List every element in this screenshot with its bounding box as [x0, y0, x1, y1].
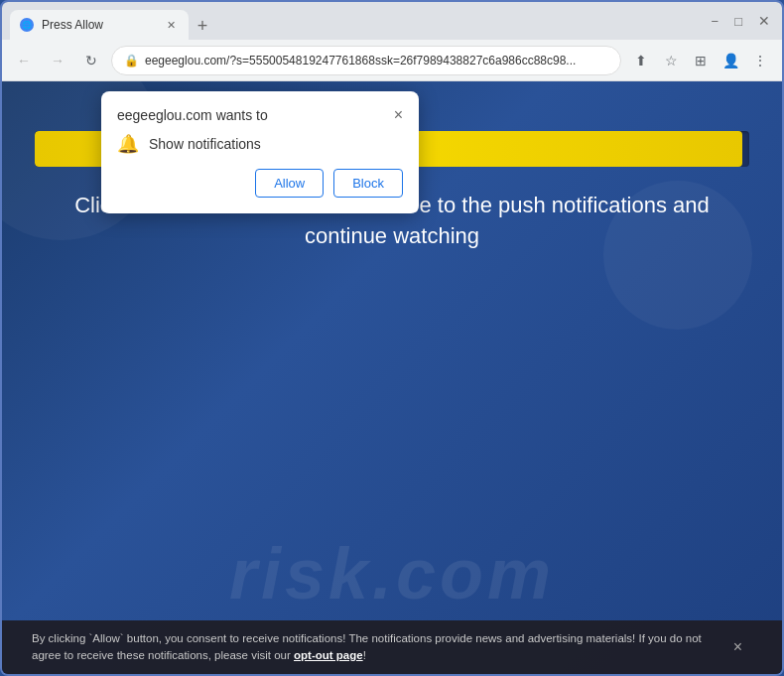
- main-text-line2: continue watching: [305, 223, 479, 248]
- allow-button[interactable]: Allow: [255, 169, 324, 198]
- banner-text: By clicking `Allow` button, you consent …: [32, 630, 723, 665]
- forward-button[interactable]: →: [44, 47, 71, 74]
- notification-popup: eegeeglou.com wants to × 🔔 Show notifica…: [101, 91, 419, 213]
- nav-actions: ⬆ ☆ ⊞ 👤 ⋮: [627, 47, 774, 74]
- banner-close-button[interactable]: ×: [733, 638, 742, 656]
- tab-favicon: 🌐: [20, 18, 34, 32]
- active-tab[interactable]: 🌐 Press Allow ✕: [10, 10, 189, 40]
- new-tab-button[interactable]: +: [189, 12, 216, 40]
- popup-close-button[interactable]: ×: [394, 107, 403, 123]
- maximize-button[interactable]: □: [730, 12, 746, 31]
- bell-icon: 🔔: [117, 133, 139, 155]
- popup-title: eegeeglou.com wants to: [117, 107, 268, 123]
- profile-button[interactable]: 👤: [717, 47, 744, 74]
- banner-text-part2: !: [363, 649, 366, 661]
- bottom-banner: By clicking `Allow` button, you consent …: [2, 620, 782, 675]
- banner-text-part1: By clicking `Allow` button, you consent …: [32, 632, 702, 661]
- browser-window: 🌐 Press Allow ✕ + − □ ✕ ← → ↻ 🔒 eegeeglo…: [0, 0, 784, 676]
- minimize-button[interactable]: −: [708, 12, 723, 31]
- address-bar[interactable]: 🔒 eegeeglou.com/?s=5550054819247761868ss…: [111, 46, 621, 75]
- share-button[interactable]: ⬆: [627, 47, 655, 74]
- popup-notification-row: 🔔 Show notifications: [117, 133, 403, 155]
- close-window-button[interactable]: ✕: [754, 11, 774, 31]
- opt-out-link[interactable]: opt-out page: [294, 649, 363, 661]
- popup-header: eegeeglou.com wants to ×: [117, 107, 403, 123]
- extensions-button[interactable]: ⊞: [687, 47, 715, 74]
- bookmark-button[interactable]: ☆: [657, 47, 685, 74]
- back-button[interactable]: ←: [10, 47, 38, 74]
- popup-buttons: Allow Block: [117, 169, 403, 198]
- lock-icon: 🔒: [124, 54, 139, 68]
- tab-title: Press Allow: [42, 18, 103, 32]
- url-text: eegeeglou.com/?s=5550054819247761868ssk=…: [145, 54, 608, 68]
- tab-close-button[interactable]: ✕: [163, 17, 179, 33]
- tab-bar: 🌐 Press Allow ✕ +: [10, 2, 696, 40]
- refresh-button[interactable]: ↻: [77, 47, 105, 74]
- popup-notification-text: Show notifications: [149, 136, 261, 152]
- watermark: risk.com: [229, 533, 555, 614]
- nav-bar: ← → ↻ 🔒 eegeeglou.com/?s=555005481924776…: [2, 40, 782, 81]
- webpage: eegeeglou.com wants to × 🔔 Show notifica…: [2, 81, 782, 674]
- window-controls: − □ ✕: [708, 11, 774, 31]
- more-menu-button[interactable]: ⋮: [746, 47, 774, 74]
- title-bar: 🌐 Press Allow ✕ + − □ ✕: [2, 2, 782, 40]
- block-button[interactable]: Block: [333, 169, 403, 198]
